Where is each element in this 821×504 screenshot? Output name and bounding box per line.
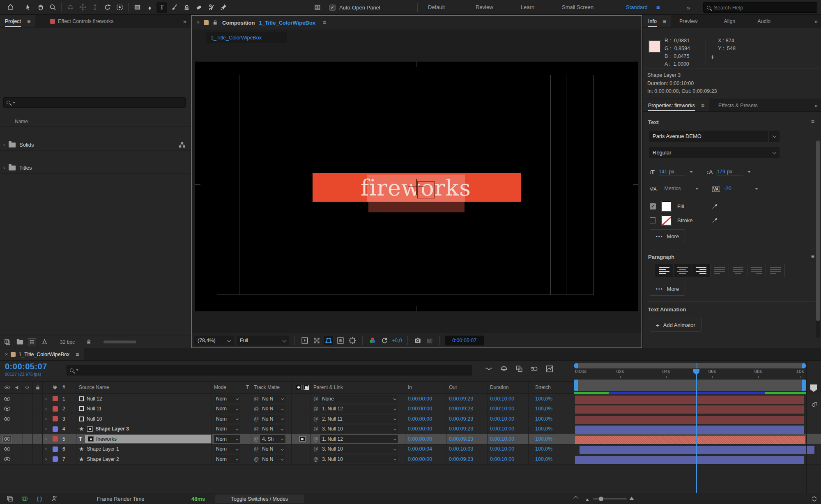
duration-value[interactable]: 0:00:10:00	[488, 424, 529, 434]
lock-toggle[interactable]	[33, 414, 43, 424]
unlock-icon[interactable]	[213, 20, 218, 25]
new-composition-icon[interactable]	[28, 338, 36, 346]
zoom-out-mountain-icon[interactable]	[586, 498, 589, 501]
parent-dropdown[interactable]: 1. Null 12	[320, 435, 398, 443]
alpha-matte-icon[interactable]	[299, 436, 306, 442]
stretch-column-header[interactable]: Stretch	[529, 382, 573, 393]
mode-dropdown[interactable]: Norn	[214, 435, 240, 443]
layer-name-cell[interactable]: Tfireworks	[76, 434, 212, 444]
stroke-color-swatch[interactable]	[662, 215, 672, 225]
layer-bar[interactable]	[575, 405, 804, 414]
mode-dropdown[interactable]: Norn	[214, 425, 240, 433]
parent-link-column-header[interactable]: Parent & Link	[311, 382, 405, 393]
solo-toggle[interactable]	[23, 414, 33, 424]
eye-toggle[interactable]	[0, 414, 12, 424]
tab-preview[interactable]: Preview	[674, 15, 702, 27]
in-value[interactable]: 0:00:00:00	[405, 394, 446, 404]
lock-toggle[interactable]	[33, 424, 43, 434]
navigator-start-handle[interactable]	[574, 363, 578, 368]
stretch-value[interactable]: 100,0%	[529, 404, 573, 414]
lock-toggle[interactable]	[33, 444, 43, 454]
workspace-overflow-icon[interactable]: »	[687, 4, 689, 11]
section-menu-icon[interactable]: ≡	[811, 253, 814, 260]
pickwhip-icon[interactable]: @	[254, 396, 259, 402]
exposure-value[interactable]: +0,0	[392, 338, 402, 343]
parent-dropdown[interactable]: 1. Null 12	[320, 405, 398, 413]
solo-toggle[interactable]	[23, 394, 33, 404]
expand-icon[interactable]: ›	[43, 404, 50, 414]
parent-dropdown[interactable]: None	[320, 395, 398, 403]
layer-name-cell[interactable]: ★Shape Layer 1	[76, 444, 212, 454]
tab-info[interactable]: Info≡	[643, 15, 671, 27]
stretch-value[interactable]: 100,0%	[529, 424, 573, 434]
frame-blending-status-icon[interactable]	[21, 495, 29, 503]
fill-color-swatch[interactable]	[662, 201, 672, 211]
out-value[interactable]: 0:00:09:23	[446, 414, 488, 424]
layer-bar[interactable]	[575, 456, 804, 464]
font-size-field[interactable]: 141px	[659, 169, 685, 175]
timeline-comp-tab[interactable]: × 1_Title_ColorWipeBox ≡	[0, 348, 84, 360]
tab-effects-presets[interactable]: Effects & Presets	[713, 99, 763, 111]
label-color[interactable]	[50, 454, 60, 464]
layer-name-cell[interactable]: Null 10	[76, 414, 212, 424]
font-family-dropdown[interactable]: Paris Avenue DEMO	[649, 131, 768, 142]
source-name-column-header[interactable]: Source Name	[76, 382, 212, 393]
workspace-tab-standard[interactable]: Standard	[626, 4, 648, 10]
type-tool-button[interactable]: T	[156, 2, 167, 13]
duration-value[interactable]: 0:00:10:00	[488, 404, 529, 414]
mode-column-header[interactable]: Mode	[212, 382, 245, 393]
eye-toggle[interactable]	[0, 424, 12, 434]
mask-visibility-icon[interactable]	[324, 336, 333, 345]
track-matte-dropdown[interactable]: No N	[260, 415, 285, 423]
preserve-transparency-cell[interactable]	[245, 454, 251, 464]
panel-menu-icon[interactable]: ≡	[701, 102, 704, 109]
search-options-icon[interactable]	[13, 102, 15, 104]
tracking-field[interactable]: -20	[724, 186, 750, 192]
workspace-tab-review[interactable]: Review	[476, 4, 493, 10]
parent-dropdown[interactable]: 2. Null 11	[320, 415, 398, 423]
composition-name[interactable]: 1_Title_ColorWipeBox	[259, 20, 315, 26]
workspace-menu-icon[interactable]: ≡	[656, 4, 660, 11]
playhead-line[interactable]	[696, 370, 697, 493]
lock-toggle[interactable]	[33, 454, 43, 464]
snapshot-icon[interactable]	[413, 336, 422, 345]
solo-toggle[interactable]	[23, 454, 33, 464]
track-matte-dropdown[interactable]: No N	[260, 395, 285, 403]
tab-effect-controls[interactable]: Effect Controls fireworks	[45, 15, 118, 27]
fast-previews-icon[interactable]	[300, 336, 309, 345]
leading-field[interactable]: 179px	[717, 169, 743, 175]
clone-stamp-tool-button[interactable]	[181, 2, 192, 13]
duration-value[interactable]: 0:00:10:00	[488, 444, 529, 454]
search-help-box[interactable]	[703, 2, 817, 13]
layer-bar[interactable]	[580, 446, 814, 454]
layer-bar[interactable]	[575, 416, 804, 424]
layer-bar[interactable]	[575, 426, 804, 434]
panel-menu-icon[interactable]: ≡	[323, 19, 326, 26]
out-value[interactable]: 0:00:10:03	[446, 444, 488, 454]
project-search-field[interactable]	[3, 97, 186, 108]
tab-align[interactable]: Align	[719, 15, 741, 27]
comp-marker-icon[interactable]	[810, 384, 817, 392]
audio-toggle[interactable]	[12, 394, 23, 404]
workspace-tab-learn[interactable]: Learn	[521, 4, 534, 10]
composition-stack-icon[interactable]	[6, 495, 14, 503]
label-color[interactable]	[50, 414, 60, 424]
parent-dropdown[interactable]: 3. Null 10	[320, 455, 398, 463]
orbit-camera-tool-button[interactable]	[65, 2, 76, 13]
dolly-camera-tool-button[interactable]	[90, 2, 100, 13]
properties-scrollbar[interactable]	[816, 140, 820, 338]
eyedropper-icon[interactable]	[712, 217, 718, 223]
preserve-transparency-cell[interactable]	[245, 434, 251, 444]
font-family-chevron[interactable]	[769, 131, 780, 142]
search-help-input[interactable]	[714, 5, 796, 11]
pickwhip-icon[interactable]: @	[313, 436, 318, 442]
roto-brush-tool-button[interactable]	[206, 2, 216, 13]
out-value[interactable]: 0:00:09:23	[446, 454, 488, 464]
stroke-checkbox[interactable]	[650, 217, 656, 223]
in-value[interactable]: 0:00:00:00	[405, 404, 446, 414]
track-matte-dropdown[interactable]: 4. Sh	[260, 435, 285, 443]
pickwhip-icon[interactable]: @	[313, 416, 318, 422]
auto-open-panel-checkbox[interactable]: ✓	[329, 5, 336, 11]
parent-dropdown[interactable]: 3. Null 10	[320, 445, 398, 453]
label-color[interactable]	[50, 434, 60, 444]
